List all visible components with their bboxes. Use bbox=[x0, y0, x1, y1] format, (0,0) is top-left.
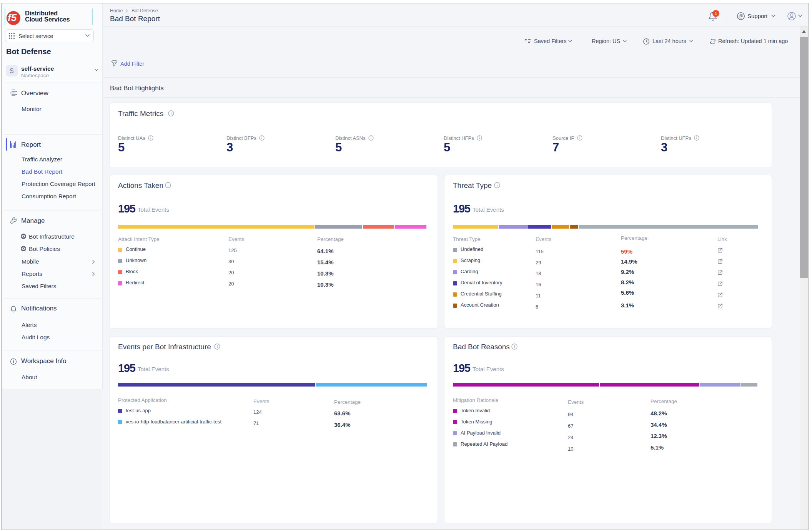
svg-text:@: @ bbox=[738, 13, 743, 19]
